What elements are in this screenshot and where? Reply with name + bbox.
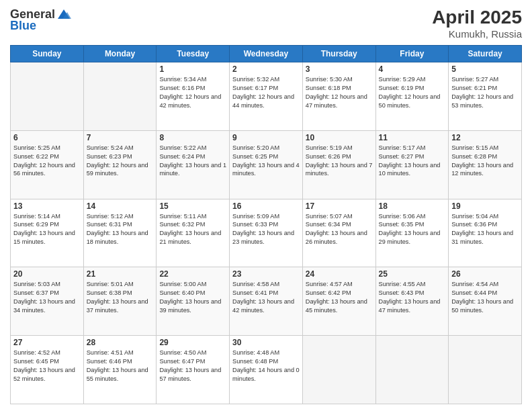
day-number: 1 xyxy=(159,64,226,74)
day-number: 29 xyxy=(159,338,226,347)
calendar-cell xyxy=(11,62,84,131)
day-info: Sunrise: 5:12 AMSunset: 6:31 PMDaylight:… xyxy=(87,212,154,247)
day-number: 21 xyxy=(87,269,154,279)
day-info: Sunrise: 5:24 AMSunset: 6:23 PMDaylight:… xyxy=(87,144,154,179)
day-number: 11 xyxy=(379,133,446,142)
day-number: 2 xyxy=(232,64,300,74)
day-info: Sunrise: 5:11 AMSunset: 6:32 PMDaylight:… xyxy=(159,212,226,247)
calendar-cell xyxy=(302,336,375,404)
day-number: 20 xyxy=(13,269,81,279)
calendar-cell: 19Sunrise: 5:04 AMSunset: 6:36 PMDayligh… xyxy=(449,199,522,267)
calendar-title: April 2025 xyxy=(432,7,522,28)
calendar-cell: 18Sunrise: 5:06 AMSunset: 6:35 PMDayligh… xyxy=(375,199,449,267)
calendar-cell: 30Sunrise: 4:48 AMSunset: 6:48 PMDayligh… xyxy=(230,336,303,404)
day-number: 5 xyxy=(451,64,519,74)
day-number: 26 xyxy=(451,269,519,279)
calendar-cell: 4Sunrise: 5:29 AMSunset: 6:19 PMDaylight… xyxy=(375,62,449,131)
day-info: Sunrise: 5:19 AMSunset: 6:26 PMDaylight:… xyxy=(306,144,373,179)
calendar-cell: 21Sunrise: 5:01 AMSunset: 6:38 PMDayligh… xyxy=(83,267,157,336)
calendar-cell: 25Sunrise: 4:55 AMSunset: 6:43 PMDayligh… xyxy=(375,267,449,336)
day-number: 14 xyxy=(87,201,154,211)
week-row-3: 13Sunrise: 5:14 AMSunset: 6:29 PMDayligh… xyxy=(11,199,522,267)
day-number: 17 xyxy=(306,201,373,211)
day-header-friday: Friday xyxy=(375,46,449,62)
day-info: Sunrise: 5:34 AMSunset: 6:16 PMDaylight:… xyxy=(159,75,226,110)
calendar-cell: 2Sunrise: 5:32 AMSunset: 6:17 PMDaylight… xyxy=(230,62,303,131)
day-info: Sunrise: 5:29 AMSunset: 6:19 PMDaylight:… xyxy=(379,75,446,110)
day-info: Sunrise: 5:03 AMSunset: 6:37 PMDaylight:… xyxy=(13,280,81,315)
calendar-cell: 8Sunrise: 5:22 AMSunset: 6:24 PMDaylight… xyxy=(157,130,230,199)
header: General Blue April 2025 Kumukh, Russia xyxy=(10,7,522,40)
day-number: 25 xyxy=(379,269,446,279)
day-number: 24 xyxy=(306,269,373,279)
day-info: Sunrise: 5:06 AMSunset: 6:35 PMDaylight:… xyxy=(379,212,446,247)
calendar-subtitle: Kumukh, Russia xyxy=(432,28,522,40)
day-info: Sunrise: 4:54 AMSunset: 6:44 PMDaylight:… xyxy=(451,280,519,315)
day-number: 15 xyxy=(159,201,226,211)
day-info: Sunrise: 5:14 AMSunset: 6:29 PMDaylight:… xyxy=(13,212,81,247)
calendar-cell: 24Sunrise: 4:57 AMSunset: 6:42 PMDayligh… xyxy=(302,267,375,336)
day-header-monday: Monday xyxy=(83,46,157,62)
calendar-cell: 16Sunrise: 5:09 AMSunset: 6:33 PMDayligh… xyxy=(230,199,303,267)
calendar-cell: 10Sunrise: 5:19 AMSunset: 6:26 PMDayligh… xyxy=(302,130,375,199)
calendar-cell: 1Sunrise: 5:34 AMSunset: 6:16 PMDaylight… xyxy=(157,62,230,131)
day-info: Sunrise: 5:30 AMSunset: 6:18 PMDaylight:… xyxy=(306,75,373,110)
day-info: Sunrise: 5:20 AMSunset: 6:25 PMDaylight:… xyxy=(232,144,300,179)
day-number: 9 xyxy=(232,133,300,142)
calendar-cell: 7Sunrise: 5:24 AMSunset: 6:23 PMDaylight… xyxy=(83,130,157,199)
day-number: 16 xyxy=(232,201,300,211)
calendar-cell: 14Sunrise: 5:12 AMSunset: 6:31 PMDayligh… xyxy=(83,199,157,267)
day-number: 28 xyxy=(87,338,154,347)
day-number: 13 xyxy=(13,201,81,211)
calendar-cell: 27Sunrise: 4:52 AMSunset: 6:45 PMDayligh… xyxy=(11,336,84,404)
week-row-4: 20Sunrise: 5:03 AMSunset: 6:37 PMDayligh… xyxy=(11,267,522,336)
calendar-cell: 11Sunrise: 5:17 AMSunset: 6:27 PMDayligh… xyxy=(375,130,449,199)
day-number: 6 xyxy=(13,133,81,142)
day-number: 7 xyxy=(87,133,154,142)
day-number: 12 xyxy=(451,133,519,142)
day-header-wednesday: Wednesday xyxy=(230,46,303,62)
day-info: Sunrise: 5:15 AMSunset: 6:28 PMDaylight:… xyxy=(451,144,519,179)
day-number: 19 xyxy=(451,201,519,211)
day-number: 27 xyxy=(13,338,81,347)
calendar-cell: 6Sunrise: 5:25 AMSunset: 6:22 PMDaylight… xyxy=(11,130,84,199)
calendar-cell xyxy=(375,336,449,404)
day-header-sunday: Sunday xyxy=(11,46,84,62)
calendar-cell: 3Sunrise: 5:30 AMSunset: 6:18 PMDaylight… xyxy=(302,62,375,131)
day-header-tuesday: Tuesday xyxy=(157,46,230,62)
day-info: Sunrise: 4:58 AMSunset: 6:41 PMDaylight:… xyxy=(232,280,300,315)
week-row-2: 6Sunrise: 5:25 AMSunset: 6:22 PMDaylight… xyxy=(11,130,522,199)
day-number: 23 xyxy=(232,269,300,279)
day-number: 18 xyxy=(379,201,446,211)
calendar-cell: 13Sunrise: 5:14 AMSunset: 6:29 PMDayligh… xyxy=(11,199,84,267)
day-info: Sunrise: 5:09 AMSunset: 6:33 PMDaylight:… xyxy=(232,212,300,247)
header-row: SundayMondayTuesdayWednesdayThursdayFrid… xyxy=(11,46,522,62)
day-number: 3 xyxy=(306,64,373,74)
calendar-cell: 26Sunrise: 4:54 AMSunset: 6:44 PMDayligh… xyxy=(449,267,522,336)
day-info: Sunrise: 4:50 AMSunset: 6:47 PMDaylight:… xyxy=(159,349,226,383)
day-info: Sunrise: 4:51 AMSunset: 6:46 PMDaylight:… xyxy=(87,349,154,383)
day-info: Sunrise: 5:04 AMSunset: 6:36 PMDaylight:… xyxy=(451,212,519,247)
calendar-cell: 17Sunrise: 5:07 AMSunset: 6:34 PMDayligh… xyxy=(302,199,375,267)
day-info: Sunrise: 4:48 AMSunset: 6:48 PMDaylight:… xyxy=(232,349,300,383)
day-number: 22 xyxy=(159,269,226,279)
calendar-cell: 12Sunrise: 5:15 AMSunset: 6:28 PMDayligh… xyxy=(449,130,522,199)
calendar-cell: 15Sunrise: 5:11 AMSunset: 6:32 PMDayligh… xyxy=(157,199,230,267)
day-info: Sunrise: 4:52 AMSunset: 6:45 PMDaylight:… xyxy=(13,349,81,383)
day-number: 30 xyxy=(232,338,300,347)
calendar-cell xyxy=(449,336,522,404)
day-info: Sunrise: 5:25 AMSunset: 6:22 PMDaylight:… xyxy=(13,144,81,179)
day-number: 4 xyxy=(379,64,446,74)
calendar-cell: 28Sunrise: 4:51 AMSunset: 6:46 PMDayligh… xyxy=(83,336,157,404)
title-block: April 2025 Kumukh, Russia xyxy=(432,7,522,40)
calendar-cell: 20Sunrise: 5:03 AMSunset: 6:37 PMDayligh… xyxy=(11,267,84,336)
calendar-table: SundayMondayTuesdayWednesdayThursdayFrid… xyxy=(10,45,522,404)
calendar-cell: 9Sunrise: 5:20 AMSunset: 6:25 PMDaylight… xyxy=(230,130,303,199)
week-row-5: 27Sunrise: 4:52 AMSunset: 6:45 PMDayligh… xyxy=(11,336,522,404)
calendar-cell: 29Sunrise: 4:50 AMSunset: 6:47 PMDayligh… xyxy=(157,336,230,404)
day-info: Sunrise: 5:00 AMSunset: 6:40 PMDaylight:… xyxy=(159,280,226,315)
day-info: Sunrise: 4:55 AMSunset: 6:43 PMDaylight:… xyxy=(379,280,446,315)
logo: General Blue xyxy=(10,7,71,33)
day-info: Sunrise: 5:07 AMSunset: 6:34 PMDaylight:… xyxy=(306,212,373,247)
logo-icon xyxy=(56,7,71,21)
